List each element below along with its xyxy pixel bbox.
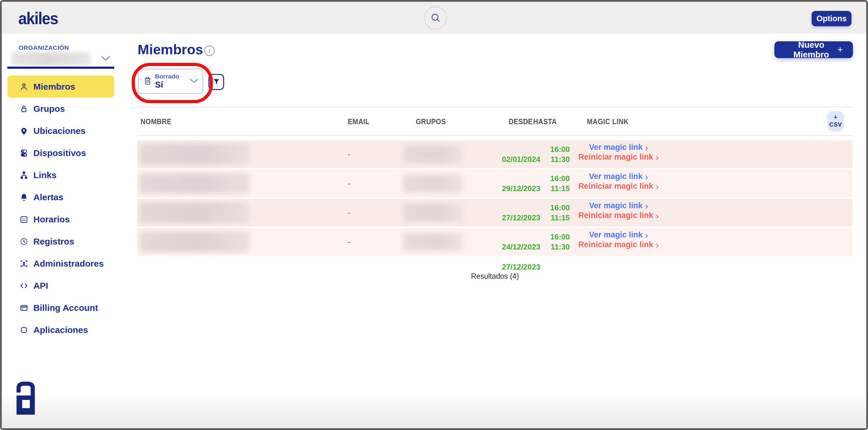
reiniciar-magic-link[interactable]: Reiniciar magic link›	[578, 240, 659, 249]
member-name-blurred	[140, 202, 249, 223]
sidebar-item-label: Registros	[33, 236, 74, 246]
topbar: akiles Options	[2, 2, 866, 34]
col-header-nombre: NOMBRE	[141, 118, 172, 126]
network-icon	[19, 170, 29, 180]
member-dates: 24/12/2023 27/12/2023	[502, 232, 540, 272]
dropdown-value: Sí	[155, 80, 163, 90]
table-row: - 02/01/2024 05/01/2024 16:00 11:30 Ver …	[137, 140, 852, 168]
reiniciar-magic-link[interactable]: Reiniciar magic link›	[578, 153, 659, 162]
chevron-right-icon: ›	[655, 184, 659, 189]
ver-magic-link[interactable]: Ver magic link›	[589, 230, 648, 239]
person-icon	[19, 81, 29, 92]
chevron-right-icon: ›	[655, 212, 659, 219]
organization-label: ORGANIZACIÓN	[19, 44, 69, 51]
code-icon	[19, 280, 29, 291]
ver-magic-link[interactable]: Ver magic link›	[589, 201, 648, 210]
sidebar-item-label: API	[33, 281, 48, 291]
table-divider	[137, 135, 852, 136]
member-times: 16:00 11:30	[546, 144, 570, 164]
member-groups-blurred	[403, 233, 462, 251]
akiles-a-logo	[16, 382, 35, 416]
member-times: 16:00 11:15	[546, 203, 570, 223]
sidebar-item-miembros[interactable]: Miembros	[7, 75, 114, 98]
member-name-blurred	[140, 232, 249, 252]
chevron-right-icon: ›	[645, 203, 648, 209]
info-icon[interactable]: i	[204, 45, 215, 57]
sidebar-item-label: Horarios	[33, 214, 70, 225]
sidebar-item-aplicaciones[interactable]: Aplicaciones	[7, 319, 114, 341]
sidebar-item-horarios[interactable]: Horarios	[7, 208, 114, 230]
sidebar-item-grupos[interactable]: Grupos	[7, 98, 114, 120]
calendar-icon	[19, 214, 29, 225]
sidebar-item-dispositivos[interactable]: Dispositivos	[7, 142, 114, 164]
table-row: - 24/12/2023 27/12/2023 16:00 11:30 Ver …	[137, 228, 852, 256]
filter-button[interactable]	[209, 74, 224, 90]
app-icon	[19, 325, 29, 335]
options-button[interactable]: Options	[812, 11, 851, 26]
sidebar-divider	[7, 67, 114, 69]
sidebar-item-label: Ubicaciones	[33, 126, 86, 136]
new-member-button[interactable]: Nuevo Miembro +	[774, 41, 853, 58]
col-header-hasta[interactable]: HASTA	[533, 118, 557, 126]
sidebar-item-label: Alertas	[33, 192, 63, 202]
chevron-right-icon: ›	[645, 232, 648, 238]
download-icon	[832, 115, 839, 121]
results-count: Resultados (4)	[137, 272, 852, 280]
credit-card-icon	[19, 303, 29, 313]
col-header-magic-link: MAGIC LINK	[587, 118, 628, 126]
bell-icon	[19, 192, 29, 203]
search-icon	[430, 12, 441, 25]
table-row: - 29/12/2023 01/01/2024 16:00 11:15 Ver …	[137, 170, 852, 197]
member-name-blurred	[140, 144, 249, 165]
sidebar: ORGANIZACIÓN Miembros Grupos	[2, 34, 129, 430]
sidebar-item-label: Aplicaciones	[33, 325, 88, 335]
svg-text:i: i	[209, 47, 211, 55]
chevron-right-icon: ›	[655, 154, 659, 160]
page-title: Miembros	[137, 41, 203, 58]
export-csv-button[interactable]: CSV	[827, 111, 844, 131]
sidebar-item-ubicaciones[interactable]: Ubicaciones	[7, 120, 114, 142]
admin-icon	[19, 258, 29, 269]
sidebar-item-label: Administradores	[33, 259, 104, 269]
member-email: -	[348, 140, 350, 168]
member-email: -	[348, 170, 350, 197]
reiniciar-magic-link[interactable]: Reiniciar magic link›	[578, 211, 659, 220]
trash-icon	[143, 75, 153, 88]
table-row: - 27/12/2023 29/12/2023 16:00 11:15 Ver …	[137, 199, 852, 227]
table-divider	[137, 107, 852, 107]
akiles-logo: akiles	[18, 8, 58, 28]
map-pin-icon	[19, 126, 29, 136]
organization-name-blurred	[11, 52, 91, 66]
search-button[interactable]	[424, 6, 447, 30]
sidebar-item-registros[interactable]: Registros	[7, 230, 114, 253]
lock-icon	[19, 103, 29, 114]
member-groups-blurred	[403, 175, 462, 192]
sidebar-item-administradores[interactable]: Administradores	[7, 253, 114, 274]
sidebar-item-api[interactable]: API	[7, 274, 114, 297]
sidebar-item-billing-account[interactable]: Billing Account	[7, 297, 114, 319]
ver-magic-link[interactable]: Ver magic link›	[589, 143, 648, 152]
ver-magic-link[interactable]: Ver magic link›	[589, 172, 648, 181]
member-groups-blurred	[403, 145, 462, 163]
plus-icon: +	[837, 44, 843, 55]
dropdown-label: Borrado	[155, 73, 179, 80]
chevron-right-icon: ›	[655, 242, 659, 248]
sidebar-item-label: Links	[33, 170, 56, 180]
new-member-label: Nuevo Miembro	[785, 40, 837, 60]
main-content: Miembros i Nuevo Miembro + Borrado Sí	[129, 34, 868, 430]
sidebar-item-links[interactable]: Links	[7, 164, 114, 186]
borrado-filter-dropdown[interactable]: Borrado Sí	[138, 69, 203, 94]
toggles-icon	[19, 148, 29, 158]
sidebar-item-label: Dispositivos	[33, 148, 86, 158]
organization-selector[interactable]	[9, 51, 116, 68]
reiniciar-magic-link[interactable]: Reiniciar magic link›	[578, 182, 659, 191]
chevron-down-icon	[101, 55, 111, 63]
sidebar-item-alertas[interactable]: Alertas	[7, 186, 114, 208]
chevron-right-icon: ›	[645, 144, 648, 151]
csv-label: CSV	[829, 121, 842, 128]
sidebar-item-label: Grupos	[33, 104, 65, 114]
chevron-right-icon: ›	[645, 174, 648, 179]
app-window: akiles Options ORGANIZACIÓN M	[0, 0, 868, 430]
member-email: -	[348, 199, 350, 227]
sort-dash: –	[526, 118, 530, 126]
